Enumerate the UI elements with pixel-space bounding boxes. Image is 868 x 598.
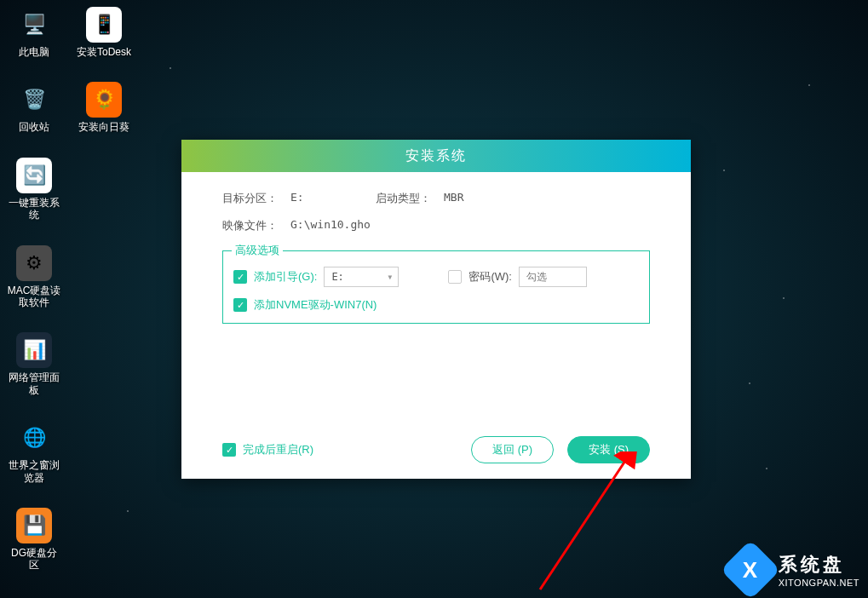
app-icon: 📊 [16, 332, 52, 368]
desktop-icon-label: 回收站 [19, 121, 49, 133]
image-file-label: 映像文件： [222, 218, 282, 233]
advanced-options-fieldset: 高级选项 ✓ 添加引导(G): E: 密码(W): ✓ 添加NVME驱动-WIN… [222, 250, 650, 324]
app-icon: ⚙ [16, 245, 52, 281]
desktop-icon-label: 此电脑 [19, 46, 49, 58]
desktop-icon-世界之窗浏览器[interactable]: 🌐世界之窗浏览器 [7, 420, 61, 484]
desktop-icon-label: 安装ToDesk [77, 46, 131, 58]
watermark-title: 系统盘 [779, 552, 859, 578]
install-button[interactable]: 安装 (S) [567, 436, 650, 463]
desktop-icon-安装ToDesk[interactable]: 📱安装ToDesk [77, 7, 131, 58]
add-nvme-label: 添加NVME驱动-WIN7(N) [254, 297, 377, 313]
back-button[interactable]: 返回 (P) [471, 436, 554, 463]
desktop-icon-回收站[interactable]: 🗑️回收站 [7, 82, 61, 133]
app-icon: 🔄 [16, 158, 52, 193]
dialog-title: 安装系统 [181, 140, 691, 172]
restart-checkbox[interactable]: ✓ [222, 443, 236, 457]
add-boot-label: 添加引导(G): [254, 269, 317, 285]
target-partition-label: 目标分区： [222, 191, 282, 206]
desktop-icon-label: MAC硬盘读取软件 [7, 285, 61, 309]
boot-type-label: 启动类型： [376, 191, 435, 206]
app-icon: 🖥️ [16, 7, 52, 43]
watermark-url: XITONGPAN.NET [779, 578, 859, 588]
desktop-icon-网络管理面板[interactable]: 📊网络管理面板 [7, 332, 61, 396]
app-icon: 🗑️ [16, 82, 52, 118]
desktop-icon-label: 一键重装系统 [7, 197, 61, 221]
desktop-icons: 🖥️此电脑🗑️回收站🔄一键重装系统⚙MAC硬盘读取软件📊网络管理面板🌐世界之窗浏… [7, 7, 131, 572]
advanced-options-legend: 高级选项 [232, 243, 283, 258]
image-file-value: G:\win10.gho [290, 218, 371, 233]
boot-type-value: MBR [444, 191, 463, 206]
target-partition-value: E: [290, 191, 367, 206]
add-nvme-checkbox[interactable]: ✓ [233, 298, 247, 312]
password-label: 密码(W): [468, 269, 512, 285]
target-partition-row: 目标分区： E: 启动类型： MBR [222, 191, 650, 206]
install-dialog: 安装系统 目标分区： E: 启动类型： MBR 映像文件： G:\win10.g… [181, 140, 691, 479]
watermark: X 系统盘 XITONGPAN.NET [729, 549, 859, 591]
boot-drive-select[interactable]: E: [324, 267, 399, 287]
desktop-icon-此电脑[interactable]: 🖥️此电脑 [7, 7, 61, 58]
app-icon: 💾 [16, 508, 52, 543]
app-icon: 🌐 [16, 420, 52, 456]
add-boot-checkbox[interactable]: ✓ [233, 270, 247, 284]
app-icon: 📱 [86, 7, 122, 43]
restart-label: 完成后重启(R) [243, 442, 313, 457]
desktop-icon-DG硬盘分区[interactable]: 💾DG硬盘分区 [7, 508, 61, 572]
desktop-icon-label: 网络管理面板 [7, 371, 61, 396]
desktop-icon-MAC硬盘读取软件[interactable]: ⚙MAC硬盘读取软件 [7, 245, 61, 309]
desktop-icon-label: DG硬盘分区 [7, 547, 61, 572]
watermark-logo-icon: X [720, 540, 780, 598]
desktop-icon-一键重装系统[interactable]: 🔄一键重装系统 [7, 158, 61, 221]
password-checkbox[interactable] [448, 270, 462, 284]
desktop-icon-label: 世界之窗浏览器 [7, 459, 61, 484]
image-file-row: 映像文件： G:\win10.gho [222, 218, 650, 233]
desktop-icon-安装向日葵[interactable]: 🌻安装向日葵 [77, 82, 131, 133]
desktop-icon-label: 安装向日葵 [78, 121, 129, 133]
app-icon: 🌻 [86, 82, 122, 118]
password-input[interactable] [519, 267, 587, 287]
